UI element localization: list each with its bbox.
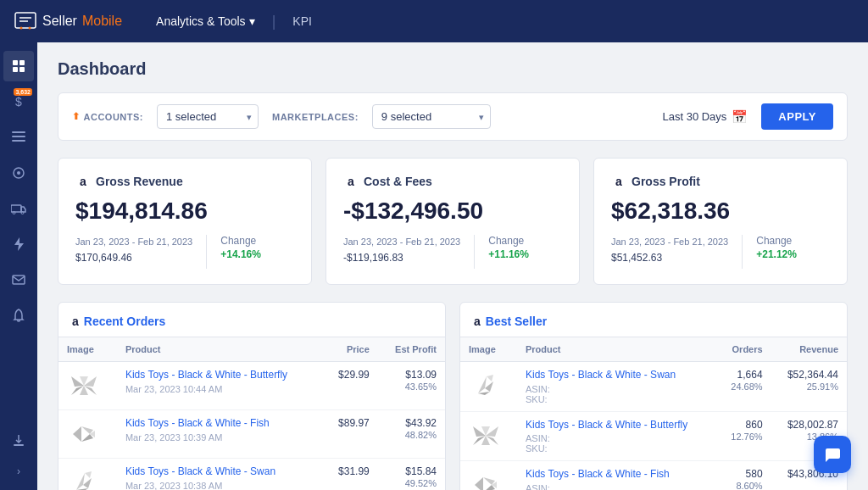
price-ro-1: $89.97 — [323, 410, 378, 459]
kpi-change-gross-profit: Change +21.12% — [756, 235, 797, 260]
svg-marker-28 — [76, 473, 85, 490]
kpi-nav[interactable]: KPI — [292, 14, 312, 28]
nav-divider: | — [272, 13, 276, 31]
marketplaces-select[interactable]: 9 selected — [372, 104, 491, 129]
sidebar-bell-icon[interactable] — [3, 300, 34, 331]
recent-order-row: Kids Toys - Black & White - Swan Mar 23,… — [58, 459, 445, 491]
kpi-value-gross-profit: $62,318.36 — [611, 198, 830, 225]
kpi-dates-gross-revenue: Jan 23, 2023 - Feb 21, 2023 $170,649.46 — [75, 235, 192, 266]
kpi-card-gross-revenue: a Gross Revenue $194,814.86 Jan 23, 2023… — [58, 158, 312, 285]
lower-row: a Recent Orders Image Product Price Est … — [58, 302, 848, 490]
sidebar-circle-icon[interactable] — [3, 158, 34, 188]
sidebar-mail-icon[interactable] — [3, 264, 34, 295]
price-ro-0: $29.99 — [323, 362, 378, 410]
sidebar-grid-icon[interactable] — [3, 51, 34, 81]
best-seller-row: Kids Toys - Black & White - Butterfly AS… — [460, 411, 847, 461]
kpi-cards-row: a Gross Revenue $194,814.86 Jan 23, 2023… — [58, 158, 848, 285]
kpi-divider-gross-revenue — [206, 235, 207, 269]
kpi-title-cost-fees: Cost & Fees — [364, 175, 432, 188]
svg-marker-38 — [478, 392, 490, 395]
sidebar-lightning-icon[interactable] — [3, 229, 34, 259]
col-product-ro: Product — [117, 337, 323, 362]
kpi-divider-cost-fees — [474, 235, 475, 269]
sidebar-expand-btn[interactable]: › — [3, 461, 34, 482]
logo[interactable]: SellerMobile — [14, 11, 122, 31]
best-seller-row: Kids Toys - Black & White - Fish ASIN: S… — [460, 461, 847, 490]
kpi-header-cost-fees: a Cost & Fees — [343, 174, 562, 189]
profit-ro-2: $15.8449.52% — [378, 459, 445, 491]
orders-bs-0: 1,66424.68% — [717, 362, 771, 412]
sidebar-truck-icon[interactable] — [3, 193, 34, 224]
amazon-icon-recent: a — [72, 315, 79, 328]
filter-bar: ⬆ ACCOUNTS: 1 selected MARKETPLACES: 9 s… — [58, 92, 848, 141]
sidebar-dollar-icon[interactable]: $ 3,632 — [3, 86, 34, 117]
recent-order-row: Kids Toys - Black & White - Butterfly Ma… — [58, 362, 445, 410]
sidebar-list-icon[interactable] — [3, 122, 34, 153]
svg-rect-9 — [12, 136, 25, 137]
kpi-value-gross-revenue: $194,814.86 — [75, 198, 294, 225]
revenue-bs-0: $52,364.4425.91% — [771, 362, 847, 412]
col-image-ro: Image — [58, 337, 117, 362]
svg-rect-6 — [19, 67, 25, 72]
svg-text:$: $ — [15, 95, 22, 109]
kpi-change-cost-fees: Change +11.16% — [488, 235, 529, 260]
recent-orders-title: Recent Orders — [84, 315, 165, 328]
sidebar-badge: 3,632 — [14, 88, 32, 96]
kpi-divider-gross-profit — [742, 235, 743, 269]
main-content: Dashboard ⬆ ACCOUNTS: 1 selected MARKETP… — [37, 42, 868, 490]
svg-rect-0 — [15, 13, 36, 28]
svg-marker-39 — [487, 375, 493, 381]
calendar-icon: 📅 — [732, 109, 748, 125]
main-layout: $ 3,632 — [0, 42, 868, 490]
accounts-select[interactable]: 1 selected — [157, 104, 259, 129]
kpi-title-gross-profit: Gross Profit — [632, 175, 700, 188]
sidebar-download-icon[interactable] — [3, 426, 34, 456]
product-image-bs-0 — [460, 362, 517, 412]
svg-rect-5 — [13, 67, 18, 72]
col-revenue-bs: Revenue — [771, 337, 847, 362]
product-info-bs-0: Kids Toys - Black & White - Swan ASIN: S… — [517, 362, 717, 412]
marketplaces-select-wrapper[interactable]: 9 selected — [372, 104, 491, 129]
col-price-ro: Price — [323, 337, 378, 362]
svg-marker-37 — [485, 381, 493, 392]
col-product-bs: Product — [517, 337, 717, 362]
amazon-icon-best: a — [474, 315, 481, 328]
svg-marker-46 — [475, 477, 483, 490]
chat-button[interactable] — [814, 436, 851, 473]
kpi-value-cost-fees: -$132,496.50 — [343, 198, 562, 225]
svg-rect-3 — [13, 60, 18, 65]
orders-bs-1: 86012.76% — [717, 411, 771, 461]
accounts-select-wrapper[interactable]: 1 selected — [157, 104, 259, 129]
apply-button[interactable]: APPLY — [761, 103, 833, 130]
svg-marker-47 — [483, 477, 495, 485]
recent-orders-table: Image Product Price Est Profit Kids Toys… — [58, 337, 445, 490]
date-range-picker[interactable]: Last 30 Days 📅 — [662, 109, 748, 125]
product-image-ro-0 — [58, 362, 117, 410]
sidebar: $ 3,632 — [0, 42, 37, 490]
product-info-bs-1: Kids Toys - Black & White - Butterfly AS… — [517, 411, 717, 461]
product-info-bs-2: Kids Toys - Black & White - Fish ASIN: S… — [517, 461, 717, 490]
svg-rect-17 — [14, 444, 24, 446]
amazon-icon-gross-profit: a — [611, 174, 626, 189]
svg-rect-10 — [12, 140, 25, 142]
best-seller-table: Image Product Orders Revenue Kids Toys -… — [460, 337, 847, 490]
cart-icon — [14, 11, 37, 31]
recent-orders-card: a Recent Orders Image Product Price Est … — [58, 302, 446, 490]
amazon-icon-gross-revenue: a — [75, 174, 91, 189]
kpi-dates-cost-fees: Jan 23, 2023 - Feb 21, 2023 -$119,196.83 — [343, 235, 460, 266]
svg-point-15 — [21, 212, 24, 214]
product-image-ro-1 — [58, 410, 117, 459]
kpi-footer-cost-fees: Jan 23, 2023 - Feb 21, 2023 -$119,196.83… — [343, 235, 562, 269]
amazon-icon-cost-fees: a — [343, 174, 359, 189]
kpi-title-gross-revenue: Gross Revenue — [96, 175, 183, 188]
analytics-tools-nav[interactable]: Analytics & Tools ▾ — [156, 14, 255, 28]
recent-orders-header: a Recent Orders — [58, 303, 445, 337]
best-seller-title: Best Seller — [486, 315, 547, 328]
svg-point-12 — [17, 171, 20, 175]
svg-marker-26 — [81, 434, 93, 442]
kpi-card-cost-fees: a Cost & Fees -$132,496.50 Jan 23, 2023 … — [326, 158, 580, 285]
kpi-change-gross-revenue: Change +14.16% — [220, 235, 261, 260]
best-seller-header: a Best Seller — [460, 303, 847, 337]
svg-point-2 — [29, 27, 31, 30]
kpi-footer-gross-profit: Jan 23, 2023 - Feb 21, 2023 $51,452.63 C… — [611, 235, 830, 269]
